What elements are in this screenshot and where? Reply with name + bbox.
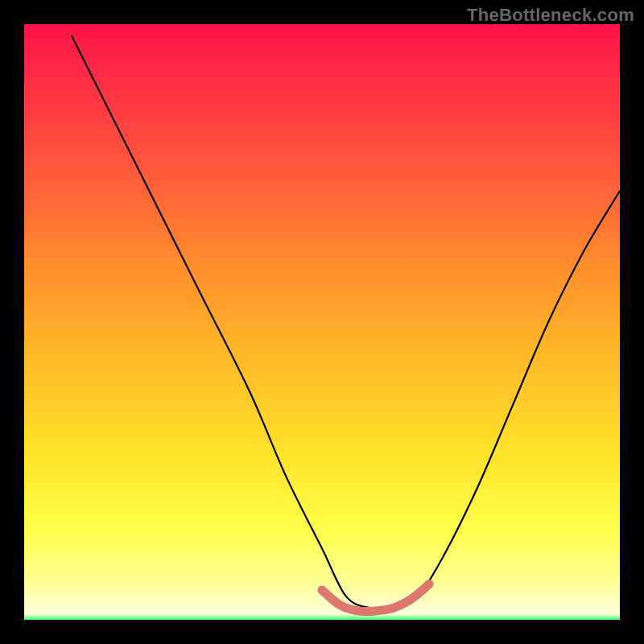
watermark-label: TheBottleneck.com	[467, 5, 634, 26]
chart-frame: TheBottleneck.com	[0, 0, 644, 644]
plot-area	[24, 24, 620, 620]
curve-layer	[24, 24, 620, 620]
trough-highlight	[322, 584, 429, 612]
bottleneck-curve	[72, 36, 620, 609]
